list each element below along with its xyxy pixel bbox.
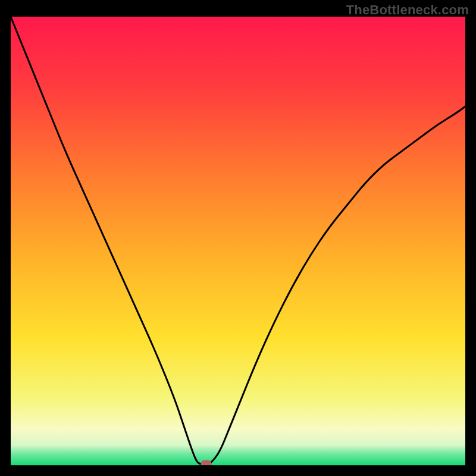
watermark-text: TheBottleneck.com bbox=[346, 2, 469, 18]
gradient-background bbox=[11, 17, 465, 465]
bottleneck-chart bbox=[11, 17, 465, 465]
plot-area bbox=[11, 17, 465, 465]
chart-frame: TheBottleneck.com bbox=[0, 0, 476, 476]
optimal-marker bbox=[201, 460, 212, 465]
